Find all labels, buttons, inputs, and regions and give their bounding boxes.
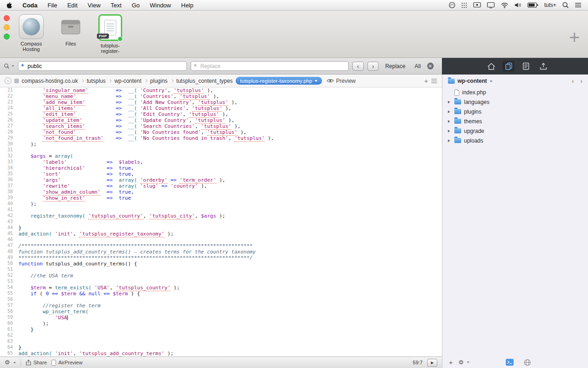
disclosure-triangle-icon[interactable] <box>448 139 452 143</box>
sidebar-forward-button[interactable]: › <box>580 77 582 85</box>
menu-go[interactable]: Go <box>127 0 145 11</box>
add-site-button[interactable]: + <box>569 28 580 46</box>
code-line[interactable]: 32 $args = array( <box>0 153 442 159</box>
code-line[interactable]: 60 ); <box>0 321 442 327</box>
preview-step-button[interactable]: ▶ <box>427 359 437 367</box>
replace-button[interactable]: Replace <box>382 63 408 69</box>
menu-coda[interactable]: Coda <box>17 0 43 11</box>
code-line[interactable]: 25 'edit_item' => __( 'Edit Country', 't… <box>0 111 442 117</box>
tab-files[interactable] <box>503 61 514 72</box>
editor-list-icon[interactable] <box>431 78 437 84</box>
zoom-window-button[interactable] <box>4 34 10 40</box>
code-line[interactable]: 57 //register the term <box>0 303 442 309</box>
replace-input[interactable] <box>191 61 349 71</box>
menu-file[interactable]: File <box>43 0 62 11</box>
wifi-icon[interactable] <box>501 2 509 8</box>
code-line[interactable]: 26 'update_item' => __( 'Update Country'… <box>0 117 442 123</box>
code-line[interactable]: 65add_action( 'init', 'tutsplus_add_coun… <box>0 351 442 356</box>
site-compass-hosting[interactable]: Compass Hosting <box>15 14 48 52</box>
code-line[interactable]: 38 'show_admin_column' => true, <box>0 189 442 195</box>
code-line[interactable]: 27 'search_items' => __( 'Search Countri… <box>0 123 442 129</box>
sidebar-item-upgrade[interactable]: upgrade <box>442 126 588 136</box>
add-editor-button[interactable]: + <box>424 78 428 84</box>
code-line[interactable]: 45add_action( 'init', 'tutsplus_register… <box>0 231 442 237</box>
disclosure-triangle-icon[interactable] <box>448 129 452 133</box>
code-line[interactable]: 64} <box>0 345 442 351</box>
search-input[interactable] <box>18 61 187 71</box>
code-line[interactable]: 36 'args' => array( 'orderby' => 'term_o… <box>0 177 442 183</box>
minimize-window-button[interactable] <box>4 24 10 30</box>
code-line[interactable]: 63 <box>0 339 442 345</box>
disclosure-triangle-icon[interactable] <box>448 100 452 104</box>
code-line[interactable]: 40 ); <box>0 201 442 207</box>
spotlight-search-icon[interactable] <box>562 2 569 8</box>
disclosure-triangle-icon[interactable] <box>448 110 452 114</box>
code-line[interactable]: 44} <box>0 225 442 231</box>
search-scope-menu[interactable] <box>4 63 14 69</box>
code-line[interactable]: 24 'all_items' => __( 'All Countries', '… <box>0 105 442 111</box>
replace-all-button[interactable]: All <box>412 63 423 69</box>
code-line[interactable]: 39 'show_in_rest' => true <box>0 195 442 201</box>
breadcrumb-folder[interactable]: wp-content <box>114 78 141 84</box>
code-line[interactable]: 41 <box>0 207 442 213</box>
tab-sites-home[interactable] <box>485 61 497 72</box>
sidebar-back-button[interactable]: ‹ <box>572 77 574 85</box>
app-grid-icon[interactable] <box>461 2 467 8</box>
sidebar-root-menu[interactable]: wp-content ‹ › <box>442 75 588 87</box>
sidebar-settings-menu[interactable]: ⚙ <box>458 359 470 366</box>
code-line[interactable]: 42 register_taxonomy( 'tutsplus_country'… <box>0 213 442 219</box>
creative-cloud-icon[interactable] <box>449 2 455 8</box>
code-line[interactable]: 55 if ( 0 == $term && null == $term ) { <box>0 291 442 297</box>
code-line[interactable]: 34 'hierarchical' => true, <box>0 165 442 171</box>
preview-globe-icon[interactable] <box>524 359 531 366</box>
code-line[interactable]: 28 'not_found' => __( 'No Countries foun… <box>0 129 442 135</box>
sidebar-item-languages[interactable]: languages <box>442 97 588 107</box>
user-menu[interactable]: tuts+ <box>544 2 556 8</box>
code-line[interactable]: 31 <box>0 147 442 153</box>
sidebar-item-index-php[interactable]: index.php <box>442 87 588 97</box>
code-line[interactable]: 37 'rewrite' => array( 'slug' => 'countr… <box>0 183 442 189</box>
breadcrumb-folder[interactable]: plugins <box>150 78 168 84</box>
screen-record-icon[interactable] <box>473 2 481 8</box>
code-line[interactable]: 52 //the USA term <box>0 273 442 279</box>
code-line[interactable]: 61 } <box>0 327 442 333</box>
code-line[interactable]: 33 'labels' => $labels, <box>0 159 442 165</box>
code-line[interactable]: 49**************************************… <box>0 255 442 261</box>
code-line[interactable]: 56 <box>0 297 442 303</box>
settings-menu[interactable]: ⚙ <box>5 359 16 366</box>
menu-help[interactable]: Help <box>176 0 198 11</box>
code-line[interactable]: 30 ); <box>0 141 442 147</box>
find-next-button[interactable]: › <box>368 62 379 71</box>
display-icon[interactable] <box>487 2 495 8</box>
code-line[interactable]: 50function tutsplus_add_country_terms() … <box>0 261 442 267</box>
code-line[interactable]: 48function tutsplus_add_country_terms() … <box>0 249 442 255</box>
path-back-icon[interactable]: ‹ <box>5 77 11 84</box>
sidebar-item-uploads[interactable]: uploads <box>442 136 588 145</box>
code-line[interactable]: 43 <box>0 219 442 225</box>
sidebar-item-themes[interactable]: themes <box>442 116 588 126</box>
share-button[interactable]: Share <box>26 359 47 366</box>
volume-icon[interactable] <box>514 2 521 8</box>
close-find-bar-button[interactable] <box>427 63 434 69</box>
disclosure-triangle-icon[interactable] <box>448 120 452 123</box>
code-line[interactable]: 47/*************************************… <box>0 243 442 249</box>
code-line[interactable]: 29 'not_found_in_trash' => __( 'No Count… <box>0 135 442 141</box>
active-file-menu[interactable]: tutsplus-register-taxonomy.php <box>236 77 322 85</box>
apple-menu[interactable] <box>3 2 17 8</box>
code-line[interactable]: 54 $term = term_exists( 'USA', 'tutsplus… <box>0 285 442 291</box>
close-window-button[interactable] <box>4 15 10 21</box>
code-editor[interactable]: 21 'singular_name' => __( 'Country', 'tu… <box>0 87 442 356</box>
site-files[interactable]: Files <box>54 14 87 46</box>
menu-text[interactable]: Text <box>106 0 127 11</box>
tab-publish[interactable] <box>537 61 549 72</box>
code-line[interactable]: 58 wp_insert_term( <box>0 309 442 315</box>
menu-view[interactable]: View <box>83 0 106 11</box>
code-line[interactable]: 23 'add_new_item' => __( 'Add New Countr… <box>0 99 442 105</box>
airpreview-toggle[interactable]: AirPreview <box>51 360 83 366</box>
notification-center-icon[interactable] <box>575 2 582 8</box>
sidebar-item-plugins[interactable]: plugins <box>442 107 588 116</box>
new-file-button[interactable]: + <box>449 358 453 366</box>
open-file-tutsplus-register[interactable]: PHP tutsplus-register- <box>94 14 127 54</box>
menu-edit[interactable]: Edit <box>62 0 82 11</box>
code-line[interactable]: 51 <box>0 267 442 273</box>
